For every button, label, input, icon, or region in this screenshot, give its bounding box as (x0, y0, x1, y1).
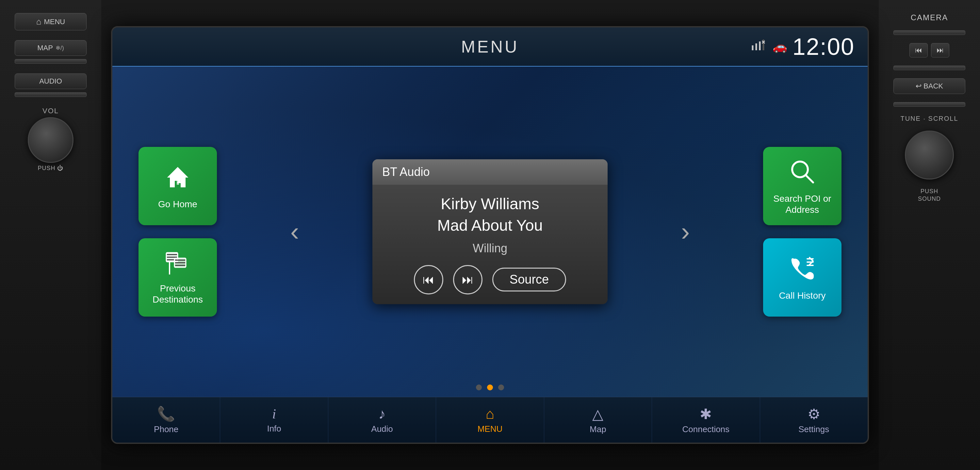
right-slider-top[interactable] (893, 30, 965, 35)
nav-audio[interactable]: ♪ Audio (328, 397, 436, 443)
call-history-label: Call History (779, 290, 826, 301)
status-bar: MENU 🚗 12:00 (112, 27, 868, 67)
right-slider-mid[interactable] (893, 66, 965, 70)
left-nav-icons: Go Home (138, 147, 217, 317)
right-slider-bot[interactable] (893, 102, 965, 107)
phone-icon: 📞 (157, 405, 175, 422)
audio-slider[interactable] (15, 92, 87, 97)
home-icon: ⌂ (36, 17, 41, 27)
camera-label: CAMERA (911, 13, 948, 22)
car-surround: ⌂ MENU MAP ❄/) AUDIO VOL PUSH ⏻ CAMERA ⏮ (0, 0, 980, 470)
prev-icon: ⏮ (423, 273, 434, 287)
connections-nav-label: Connections (682, 424, 730, 434)
source-label: Source (510, 273, 549, 286)
prev-dest-label: Previous Destinations (153, 283, 203, 305)
next-icon: ⏭ (462, 273, 474, 287)
bottom-nav-bar: 📞 Phone i Info ♪ Audio ⌂ MENU △ Map ✱ Co… (112, 397, 868, 443)
menu-label: MENU (44, 17, 65, 26)
phone-nav-label: Phone (154, 424, 178, 434)
artist-name: Kirby Williams (385, 195, 595, 213)
info-nav-label: Info (267, 424, 281, 434)
nav-map[interactable]: △ Map (544, 397, 652, 443)
push-label: PUSH ⏻ (38, 165, 64, 171)
search-nav-icon (788, 157, 817, 191)
search-poi-button[interactable]: Search POI or Address (763, 147, 842, 225)
audio-label: AUDIO (39, 77, 62, 86)
menu-button[interactable]: ⌂ MENU (15, 13, 87, 30)
screen: MENU 🚗 12:00 (111, 26, 869, 444)
back-button[interactable]: ↩ BACK (893, 78, 965, 94)
next-track-ctrl[interactable]: ⏭ (453, 265, 482, 294)
album-name: Willing (385, 241, 595, 255)
tune-scroll-label: TUNE · SCROLL (900, 115, 958, 122)
right-hardware-panel: CAMERA ⏮ ⏭ ↩ BACK TUNE · SCROLL PUSHSOUN… (879, 0, 980, 470)
audio-card: BT Audio Kirby Williams Mad About You Wi… (372, 159, 608, 304)
source-button[interactable]: Source (492, 268, 566, 291)
main-content: Go Home (112, 67, 868, 397)
time-display: 12:00 (792, 33, 854, 60)
nav-info[interactable]: i Info (220, 397, 328, 443)
info-icon: i (272, 406, 276, 422)
map-icon: ❄/) (56, 44, 64, 52)
nav-phone[interactable]: 📞 Phone (112, 397, 220, 443)
menu-nav-label: MENU (477, 424, 503, 434)
song-title: Mad About You (385, 216, 595, 235)
media-buttons: ⏮ ⏭ (910, 43, 949, 57)
back-label: ↩ BACK (916, 82, 943, 91)
audio-card-header: BT Audio (372, 159, 608, 185)
map-nav-label: Map (590, 424, 606, 434)
nav-settings[interactable]: ⚙ Settings (760, 397, 868, 443)
car-status-icon: 🚗 (773, 40, 787, 54)
push-sound-label: PUSHSOUND (918, 188, 941, 203)
settings-icon: ⚙ (808, 406, 820, 422)
volume-control: VOL PUSH ⏻ (28, 107, 73, 171)
audio-button[interactable]: AUDIO (15, 73, 87, 89)
screen-title: MENU (461, 37, 519, 56)
prev-track-button[interactable]: ⏮ (910, 43, 928, 57)
connections-icon: ✱ (700, 406, 712, 422)
prev-track-ctrl[interactable]: ⏮ (414, 265, 443, 294)
nav-menu[interactable]: ⌂ MENU (436, 397, 544, 443)
right-nav-icons: Search POI or Address Call History (763, 147, 842, 317)
next-page-arrow[interactable]: › (681, 217, 690, 247)
menu-icon: ⌂ (486, 406, 495, 422)
nav-connections[interactable]: ✱ Connections (652, 397, 760, 443)
tune-knob[interactable] (905, 130, 954, 179)
audio-card-body: Kirby Williams Mad About You Willing ⏮ ⏭… (372, 185, 608, 304)
signal-icon (751, 39, 767, 54)
vol-knob[interactable] (28, 117, 73, 163)
audio-nav-label: Audio (371, 424, 393, 434)
call-history-button[interactable]: Call History (763, 238, 842, 317)
previous-destinations-button[interactable]: Previous Destinations (138, 238, 217, 317)
home-nav-icon (163, 162, 192, 196)
status-icons: 🚗 12:00 (751, 33, 854, 60)
map-slider[interactable] (15, 59, 87, 64)
left-hardware-panel: ⌂ MENU MAP ❄/) AUDIO VOL PUSH ⏻ (0, 0, 101, 470)
prev-page-arrow[interactable]: ‹ (290, 217, 299, 247)
settings-nav-label: Settings (799, 424, 829, 434)
go-home-button[interactable]: Go Home (138, 147, 217, 225)
vol-label: VOL (43, 107, 59, 115)
next-track-button[interactable]: ⏭ (931, 43, 949, 57)
go-home-label: Go Home (158, 199, 197, 210)
audio-icon: ♪ (379, 406, 386, 422)
map-label: MAP (37, 44, 53, 52)
phone-nav-icon (788, 254, 817, 287)
map-button[interactable]: MAP ❄/) (15, 40, 87, 56)
map-icon: △ (592, 406, 603, 422)
flag-nav-icon (163, 250, 192, 280)
bt-audio-label: BT Audio (382, 165, 430, 179)
audio-controls: ⏮ ⏭ Source (385, 265, 595, 294)
svg-line-19 (806, 175, 813, 183)
search-poi-label: Search POI or Address (773, 193, 831, 215)
